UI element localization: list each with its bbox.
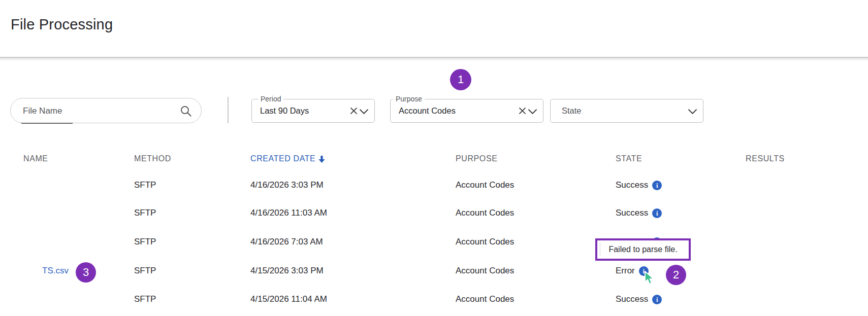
step-badge-2: 2 (666, 265, 686, 285)
table-row: TS.csv SFTP 4/15/2026 3:03 PM Account Co… (0, 258, 868, 284)
chevron-down-icon[interactable] (360, 109, 368, 114)
filter-divider (228, 97, 229, 123)
purpose-cell: Account Codes (456, 286, 514, 312)
chevron-down-icon[interactable] (528, 109, 537, 114)
clear-icon[interactable] (519, 108, 526, 114)
table-row: SFTP 4/16/2026 7:03 AM Account Codes Suc… (0, 229, 868, 255)
table-row: SFTP 4/16/2026 11:03 AM Account Codes Su… (0, 200, 868, 226)
step-badge-3: 3 (76, 262, 96, 283)
name-cell: TS.csv (42, 258, 69, 284)
tooltip-edge (600, 242, 600, 257)
search-icon[interactable] (180, 105, 192, 117)
error-tooltip: Failed to parse file. (595, 238, 691, 261)
state-cell: Success i (616, 200, 662, 226)
method-cell: SFTP (134, 229, 156, 255)
cursor-icon (644, 271, 656, 285)
file-name-search[interactable] (10, 98, 202, 123)
purpose-cell: Account Codes (456, 229, 514, 255)
header-divider-shade (0, 58, 868, 60)
state-label: Success (616, 200, 648, 226)
purpose-cell: Account Codes (456, 172, 514, 198)
column-header-name[interactable]: NAME (23, 146, 48, 172)
column-header-purpose[interactable]: PURPOSE (456, 146, 497, 172)
created-date-cell: 4/16/2026 3:03 PM (250, 172, 324, 198)
step-badge-1: 1 (450, 69, 471, 90)
tooltip-text: Failed to parse file. (608, 245, 677, 254)
purpose-cell: Account Codes (456, 200, 514, 226)
created-date-cell: 4/16/2026 11:03 AM (250, 200, 327, 226)
file-name-underline (21, 123, 73, 124)
method-cell: SFTP (134, 172, 156, 198)
column-header-results[interactable]: RESULTS (746, 146, 785, 172)
file-processing-page: File Processing Period Last 90 Days Purp… (0, 0, 868, 316)
method-cell: SFTP (134, 286, 156, 312)
created-date-cell: 4/15/2026 3:03 PM (250, 258, 324, 284)
purpose-value: Account Codes (399, 99, 456, 122)
purpose-dropdown[interactable]: Purpose Account Codes (390, 99, 543, 123)
period-dropdown[interactable]: Period Last 90 Days (251, 99, 375, 123)
state-cell: Success i (616, 172, 662, 198)
file-name-input[interactable] (22, 99, 176, 123)
info-icon[interactable]: i (652, 295, 662, 304)
column-header-created-date[interactable]: CREATED DATE (250, 146, 326, 172)
table-row: SFTP 4/15/2026 11:04 AM Account Codes Su… (0, 286, 868, 312)
sort-desc-icon (318, 156, 326, 163)
purpose-cell: Account Codes (456, 258, 514, 284)
clear-icon[interactable] (350, 108, 357, 114)
table-row: SFTP 4/16/2026 3:03 PM Account Codes Suc… (0, 172, 868, 198)
chevron-down-icon[interactable] (688, 109, 697, 114)
column-header-created-date-label: CREATED DATE (250, 146, 315, 172)
state-cell: Success i (616, 286, 662, 312)
page-title: File Processing (11, 16, 113, 33)
state-placeholder: State (562, 99, 582, 122)
state-label: Success (616, 286, 648, 312)
method-cell: SFTP (134, 200, 156, 226)
column-header-method[interactable]: METHOD (134, 146, 171, 172)
state-label: Success (616, 172, 648, 198)
file-link[interactable]: TS.csv (42, 266, 69, 275)
period-value: Last 90 Days (260, 99, 309, 122)
state-dropdown[interactable]: State (550, 99, 703, 123)
created-date-cell: 4/15/2026 11:04 AM (250, 286, 327, 312)
column-header-state[interactable]: STATE (616, 146, 642, 172)
state-label: Error (616, 258, 635, 284)
info-icon[interactable]: i (652, 208, 662, 218)
info-icon[interactable]: i (652, 181, 662, 190)
method-cell: SFTP (134, 258, 156, 284)
created-date-cell: 4/16/2026 7:03 AM (250, 229, 323, 255)
